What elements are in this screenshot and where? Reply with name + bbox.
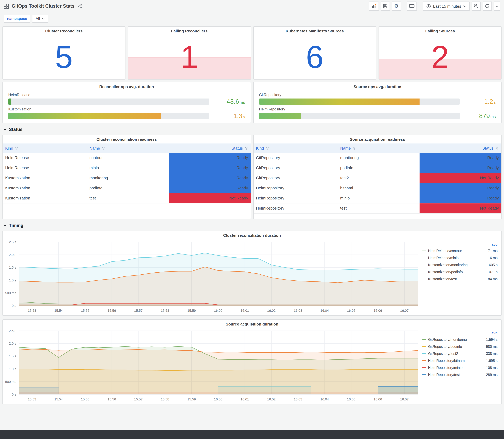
filter-icon[interactable]	[495, 146, 499, 150]
panel-title[interactable]: Failing Sources	[379, 27, 501, 35]
bar-gauge-track	[8, 113, 209, 119]
section-header-status[interactable]: Status	[3, 126, 501, 133]
legend-avg-value: 980 ms	[486, 345, 498, 348]
panel-source-ops-duration: Source ops avg. duration GitRepository 1…	[253, 82, 502, 123]
legend-item[interactable]: HelmRepository/test289 ms	[422, 371, 498, 378]
legend-item[interactable]: GitRepository/podinfo980 ms	[422, 343, 498, 350]
svg-text:1.5 s: 1.5 s	[9, 266, 16, 269]
zoom-out-time-button[interactable]	[472, 1, 481, 11]
legend-item[interactable]: Kustomization/test84 ms	[422, 275, 498, 282]
time-series-plot[interactable]: 15:5315:5415:5515:5615:5715:5815:5916:00…	[3, 239, 420, 315]
svg-text:16:00: 16:00	[214, 309, 222, 313]
time-series-plot[interactable]: 15:5315:5415:5515:5615:5715:5815:5916:00…	[3, 328, 420, 404]
svg-text:15:57: 15:57	[134, 397, 143, 401]
zoom-out-icon	[474, 4, 479, 9]
panel-title[interactable]: Cluster reconciliation duration	[3, 231, 501, 239]
add-panel-button[interactable]	[369, 1, 379, 11]
status-tables-row: Cluster reconciliation readiness Kind Na…	[2, 134, 502, 219]
legend-item[interactable]: Kustomization/podinfo1.071 s	[422, 268, 498, 275]
filter-icon[interactable]	[352, 146, 356, 150]
gauge-value: 43.6ms	[213, 98, 245, 105]
stat-value: 2	[431, 43, 449, 71]
series-color-swatch	[422, 279, 426, 279]
panel-title[interactable]: Cluster reconciliation readiness	[3, 135, 250, 143]
svg-text:15:53: 15:53	[28, 309, 36, 313]
bottom-edge-strip	[0, 430, 504, 439]
column-header-status[interactable]: Status	[419, 144, 501, 153]
cycle-view-button[interactable]	[407, 1, 417, 11]
status-badge: Not Ready	[419, 203, 501, 213]
panel-cluster-reconciliation-readiness: Cluster reconciliation readiness Kind Na…	[2, 134, 251, 219]
time-range-picker[interactable]: Last 15 minutes	[423, 1, 470, 11]
chart-legend: avgGitRepository/monitoring1.594 sGitRep…	[420, 328, 501, 404]
cell-name: podinfo	[87, 183, 169, 193]
legend-item[interactable]: HelmRepository/bitnami1.695 s	[422, 357, 498, 364]
legend-avg-value: 1.605 s	[486, 263, 498, 267]
cell-name: test	[87, 193, 169, 203]
column-header-status[interactable]: Status	[169, 144, 250, 153]
table-row: KustomizationtestNot Ready	[3, 193, 250, 203]
legend-item[interactable]: HelmRelease/contour71 ms	[422, 247, 498, 254]
panel-title[interactable]: Source acquisition readiness	[254, 135, 501, 143]
filter-icon[interactable]	[15, 146, 18, 150]
refresh-button[interactable]	[483, 1, 492, 11]
svg-text:16:07: 16:07	[400, 309, 409, 313]
cell-kind: GitRepository	[254, 153, 338, 163]
panel-title[interactable]: Cluster Reconcilers	[3, 27, 125, 35]
share-icon[interactable]	[77, 4, 82, 8]
legend-item[interactable]: HelmRepository/minio108 ms	[422, 364, 498, 371]
svg-text:16:06: 16:06	[374, 309, 382, 313]
panel-title[interactable]: Source acquisition duration	[3, 320, 501, 328]
cell-kind: Kustomization	[3, 183, 87, 193]
legend-avg-value: 108 ms	[486, 366, 498, 369]
legend-item[interactable]: GitRepository/monitoring1.594 s	[422, 336, 498, 343]
section-header-timing[interactable]: Timing	[3, 222, 501, 229]
legend-series-name: GitRepository/monitoring	[428, 338, 486, 341]
chart-legend: avgHelmRelease/contour71 msHelmRelease/m…	[420, 239, 501, 315]
dashboard-grid-icon	[4, 3, 9, 9]
legend-avg-header[interactable]: avg	[422, 331, 498, 335]
svg-text:16:03: 16:03	[294, 309, 302, 313]
gauge-value: 1.2s	[464, 98, 496, 105]
save-dashboard-button[interactable]	[381, 1, 390, 11]
bar-gauge-row: GitRepository 1.2s	[259, 93, 496, 105]
series-color-swatch	[422, 339, 426, 340]
filter-icon[interactable]	[244, 146, 248, 150]
table-row: HelmReleaseminioReady	[3, 163, 250, 173]
refresh-interval-dropdown[interactable]	[494, 1, 500, 11]
column-header-name[interactable]: Name	[338, 144, 419, 153]
chevron-down-icon	[42, 18, 45, 20]
panel-title[interactable]: Reconciler ops avg. duration	[3, 82, 250, 90]
status-badge: Ready	[419, 153, 501, 163]
filter-icon[interactable]	[265, 146, 269, 150]
readiness-table: Kind Name Status GitRepositorymonitoring…	[254, 144, 501, 213]
legend-avg-value: 338 ms	[486, 352, 498, 355]
svg-text:2.5 s: 2.5 s	[9, 329, 16, 333]
svg-text:2.0 s: 2.0 s	[9, 253, 16, 257]
legend-item[interactable]: Kustomization/monitoring1.605 s	[422, 261, 498, 268]
filter-icon[interactable]	[102, 146, 105, 150]
panel-title[interactable]: Failing Reconcilers	[128, 27, 251, 35]
cell-name: monitoring	[338, 153, 419, 163]
stat-value: 6	[306, 43, 324, 71]
cell-name: test	[338, 203, 419, 213]
legend-series-name: HelmRepository/test	[428, 373, 486, 377]
panel-reconciler-ops-duration: Reconciler ops avg. duration HelmRelease…	[2, 82, 251, 123]
table-row: HelmReleasecontourReady	[3, 153, 250, 163]
column-header-kind[interactable]: Kind	[3, 144, 87, 153]
legend-avg-header[interactable]: avg	[422, 243, 498, 246]
gauge-label: HelmRepository	[259, 107, 496, 111]
column-header-kind[interactable]: Kind	[254, 144, 338, 153]
cell-kind: GitRepository	[254, 163, 338, 173]
svg-text:500 ms: 500 ms	[5, 291, 16, 295]
legend-series-name: Kustomization/monitoring	[428, 263, 486, 267]
cell-kind: HelmRepository	[254, 183, 338, 193]
panel-title[interactable]: Source ops avg. duration	[254, 82, 501, 90]
stat-value: 1	[180, 43, 198, 71]
dashboard-settings-button[interactable]: ⚙	[392, 1, 401, 11]
legend-item[interactable]: HelmRelease/minio16 ms	[422, 254, 498, 261]
namespace-variable-dropdown[interactable]: All	[32, 15, 48, 23]
panel-title[interactable]: Kubernetes Manifests Sources	[254, 27, 376, 35]
column-header-name[interactable]: Name	[87, 144, 169, 153]
legend-item[interactable]: GitRepository/test2338 ms	[422, 350, 498, 357]
